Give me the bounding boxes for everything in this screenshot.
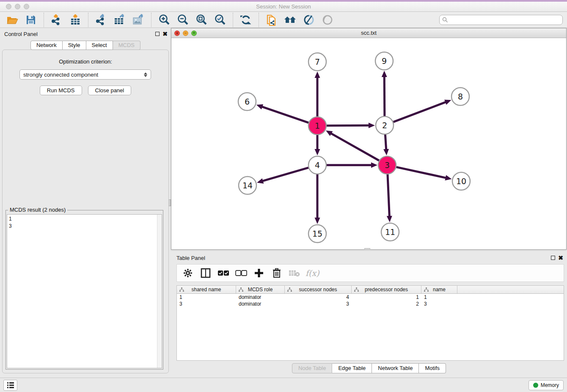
tab-network-table[interactable]: Network Table: [372, 363, 419, 373]
cell-name[interactable]: 1: [421, 294, 457, 301]
mcds-panel: Optimization criterion: strongly connect…: [2, 50, 169, 373]
table-row[interactable]: 3dominator323: [177, 301, 564, 307]
table-row[interactable]: 1dominator411: [177, 294, 564, 301]
zoom-in-button[interactable]: [156, 13, 172, 27]
open-session-button[interactable]: [4, 13, 20, 27]
save-session-button[interactable]: [23, 13, 39, 27]
first-neighbors-icon: [284, 14, 297, 25]
tab-style[interactable]: Style: [63, 41, 86, 50]
close-panel-icon[interactable]: ✖: [162, 32, 168, 36]
edge-1-6[interactable]: [261, 106, 308, 122]
edge-4-14[interactable]: [262, 168, 308, 181]
first-neighbors-button[interactable]: [282, 13, 298, 27]
columns-icon: [201, 268, 211, 278]
cell-successor-nodes[interactable]: 4: [285, 294, 352, 301]
import-table-button[interactable]: [67, 13, 83, 27]
tab-select[interactable]: Select: [86, 41, 113, 50]
export-table-button[interactable]: [112, 13, 128, 27]
search-input[interactable]: [439, 15, 563, 25]
table-settings-button[interactable]: [181, 266, 195, 280]
column-header-predecessor-nodes[interactable]: predecessor nodes: [352, 286, 421, 293]
float-table-panel-icon[interactable]: [551, 256, 555, 260]
delete-columns-button[interactable]: [270, 266, 284, 280]
export-network-button[interactable]: [93, 13, 109, 27]
export-network-icon: [95, 14, 107, 26]
node-label-15: 15: [312, 229, 322, 238]
node-table[interactable]: shared nameMCDS rolesuccessor nodesprede…: [176, 285, 564, 361]
export-image-button[interactable]: [130, 13, 146, 27]
close-panel-button[interactable]: Close panel: [88, 86, 132, 95]
edge-arrowhead: [387, 216, 392, 222]
result-scrollbar[interactable]: [157, 215, 162, 368]
cell-shared-name[interactable]: 1: [177, 294, 236, 301]
float-panel-icon[interactable]: [155, 32, 160, 36]
zoom-fit-button[interactable]: [193, 13, 209, 27]
cell-predecessor-nodes[interactable]: 2: [352, 301, 421, 307]
save-icon: [26, 15, 36, 25]
cell-MCDS-role[interactable]: dominator: [236, 301, 285, 307]
node-label-14: 14: [242, 181, 253, 190]
clone-network-button[interactable]: [264, 13, 280, 27]
app-titlebar: Session: New Session: [0, 2, 567, 12]
table-tabs: Node TableEdge TableNetwork TableMotifs: [171, 363, 567, 373]
task-history-button[interactable]: [3, 380, 17, 391]
edge-arrowhead: [315, 149, 320, 155]
create-column-button[interactable]: [252, 266, 266, 280]
criterion-dropdown[interactable]: strongly connected component: [19, 69, 151, 80]
column-header-MCDS-role[interactable]: MCDS role: [236, 286, 285, 293]
cell-successor-nodes[interactable]: 3: [285, 301, 352, 307]
sort-tree-icon: [424, 287, 429, 292]
sort-tree-icon: [287, 287, 292, 292]
tab-mcds[interactable]: MCDS: [113, 41, 140, 50]
mcds-result-text[interactable]: 1 3: [7, 214, 162, 368]
cell-predecessor-nodes[interactable]: 1: [352, 294, 421, 301]
table-panel: Table Panel ✖: [171, 252, 567, 376]
edge-2-9[interactable]: [384, 76, 385, 116]
edge-2-3[interactable]: [385, 135, 386, 150]
hide-selected-button[interactable]: [301, 13, 317, 27]
cell-shared-name[interactable]: 3: [177, 301, 236, 307]
cell-MCDS-role[interactable]: dominator: [236, 294, 285, 301]
import-network-button[interactable]: [49, 13, 65, 27]
unselect-all-columns-button[interactable]: [234, 266, 248, 280]
edge-arrowhead: [382, 71, 387, 77]
zoom-selected-button[interactable]: [212, 13, 228, 27]
tab-edge-table[interactable]: Edge Table: [332, 363, 372, 373]
network-canvas[interactable]: 7968124314101511: [171, 38, 566, 249]
trash-icon: [272, 268, 281, 278]
view-resize-handle[interactable]: [364, 248, 370, 250]
table-panel-header: Table Panel ✖: [176, 254, 563, 262]
column-header-name[interactable]: name: [421, 286, 457, 293]
show-all-button[interactable]: [319, 13, 336, 27]
sort-tree-icon: [239, 287, 243, 292]
edge-1-2[interactable]: [327, 125, 370, 126]
zoom-out-button[interactable]: [175, 13, 191, 27]
delete-table-button[interactable]: [288, 266, 301, 280]
cell-name[interactable]: 3: [421, 301, 457, 307]
toolbar-separator: [151, 13, 151, 27]
control-panel-title: Control Panel: [4, 31, 38, 37]
edge-3-1[interactable]: [330, 133, 379, 160]
tab-motifs[interactable]: Motifs: [419, 363, 446, 373]
deselect-all-icon: [235, 270, 247, 276]
toolbar-separator: [233, 13, 233, 27]
toolbar-separator: [88, 13, 88, 27]
network-window-titlebar[interactable]: x − + scc.txt: [171, 28, 566, 38]
show-columns-button[interactable]: [199, 266, 212, 280]
function-builder-icon[interactable]: f(x): [306, 268, 319, 278]
edge-3-11[interactable]: [388, 174, 389, 217]
edge-2-8[interactable]: [394, 102, 447, 122]
network-graph[interactable]: 7968124314101511: [171, 38, 566, 249]
tab-node-table[interactable]: Node Table: [292, 363, 333, 373]
memory-button[interactable]: Memory: [528, 380, 564, 390]
column-header-shared-name[interactable]: shared name: [177, 286, 236, 293]
run-mcds-button[interactable]: Run MCDS: [40, 86, 82, 95]
delete-table-icon: [289, 269, 300, 277]
select-all-columns-button[interactable]: [217, 266, 230, 280]
tab-network[interactable]: Network: [30, 41, 63, 50]
column-header-successor-nodes[interactable]: successor nodes: [285, 286, 352, 293]
edge-arrowhead: [315, 72, 320, 78]
edge-3-10[interactable]: [396, 167, 446, 178]
refresh-network-button[interactable]: [238, 13, 254, 27]
close-table-panel-icon[interactable]: ✖: [558, 256, 563, 260]
